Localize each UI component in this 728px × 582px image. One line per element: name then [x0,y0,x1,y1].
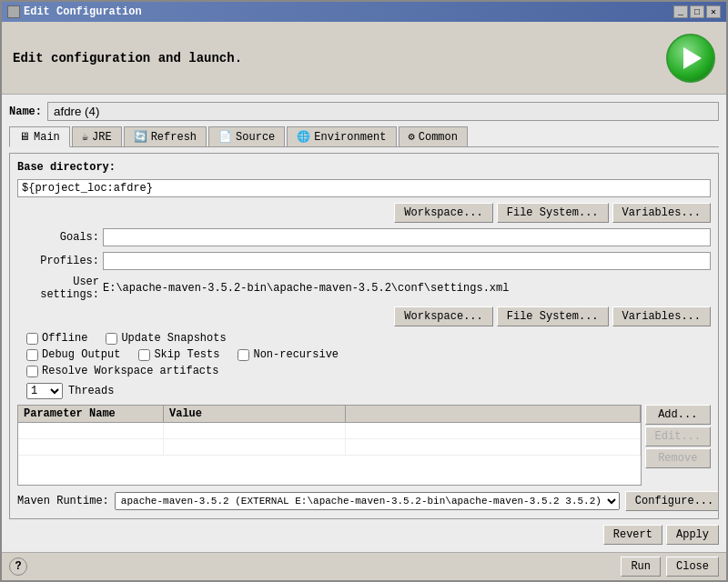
update-snapshots-checkbox-item[interactable]: Update Snapshots [106,332,226,345]
title-bar-controls: _ □ ✕ [673,5,721,18]
edit-button[interactable]: Edit... [645,426,711,447]
edit-configuration-window: Edit Configuration _ □ ✕ Edit configurat… [0,0,728,582]
user-settings-label: User settings: [17,276,99,301]
footer-buttons: Run Close [621,557,719,577]
name-input[interactable] [47,102,719,121]
profiles-label: Profiles: [17,255,99,267]
goals-label: Goals: [17,231,99,244]
table-row [18,423,641,439]
workspace-button-2[interactable]: Workspace... [394,306,492,326]
variables-button-2[interactable]: Variables... [612,306,711,326]
environment-tab-icon: 🌐 [297,130,310,144]
maximize-button[interactable]: □ [690,5,704,18]
base-directory-input[interactable] [17,179,711,197]
goals-row: Goals: [17,228,711,246]
resolve-workspace-label: Resolve Workspace artifacts [42,365,218,377]
goals-input[interactable] [103,228,711,246]
update-snapshots-checkbox[interactable] [106,333,117,345]
minimize-button[interactable]: _ [673,5,688,18]
filesystem-button-1[interactable]: File System... [497,203,609,223]
base-directory-label: Base directory: [17,161,116,174]
tab-common[interactable]: ⚙ Common [399,126,468,146]
main-content: Name: 🖥 Main ☕ JRE 🔄 Refresh 📄 Source � [2,95,726,552]
source-tab-icon: 📄 [218,130,232,144]
offline-checkbox-item[interactable]: Offline [26,332,87,345]
user-settings-value: E:\apache-maven-3.5.2-bin\apache-maven-3… [103,282,711,295]
maven-runtime-row: Maven Runtime: apache-maven-3.5.2 (EXTER… [17,491,711,511]
tab-refresh[interactable]: 🔄 Refresh [124,126,207,146]
profiles-row: Profiles: [17,252,711,270]
offline-checkbox[interactable] [26,333,38,345]
checkboxes-area: Offline Update Snapshots Debug Output Sk… [17,332,711,377]
debug-output-checkbox[interactable] [26,349,38,361]
tab-environment[interactable]: 🌐 Environment [287,126,396,146]
remove-button[interactable]: Remove [645,448,711,468]
revert-button[interactable]: Revert [603,525,662,545]
non-recursive-label: Non-recursive [253,348,339,361]
bottom-button-row: Revert Apply [9,525,719,545]
window-title: Edit Configuration [24,5,142,18]
tab-jre[interactable]: ☕ JRE [72,126,122,146]
table-side-buttons: Add... Edit... Remove [645,405,711,486]
table-row [18,439,641,456]
close-button-footer[interactable]: Close [666,557,719,577]
debug-output-checkbox-item[interactable]: Debug Output [26,348,120,361]
parameter-table: Parameter Name Value [17,405,642,486]
title-bar-left: Edit Configuration [7,5,142,18]
threads-row: 1 2 4 8 Threads [17,383,711,399]
maven-runtime-label: Maven Runtime: [17,495,109,507]
tab-source[interactable]: 📄 Source [208,126,285,146]
non-recursive-checkbox-item[interactable]: Non-recursive [238,348,339,361]
profiles-input[interactable] [103,252,711,270]
user-settings-row: User settings: E:\apache-maven-3.5.2-bin… [17,276,711,301]
dir-button-row: Workspace... File System... Variables... [17,203,711,223]
resolve-workspace-checkbox-item[interactable]: Resolve Workspace artifacts [26,365,218,377]
main-tab-label: Main [34,131,60,144]
tab-main[interactable]: 🖥 Main [9,126,70,147]
add-button[interactable]: Add... [645,405,711,425]
checkbox-row-3: Resolve Workspace artifacts [26,365,711,377]
skip-tests-label: Skip Tests [154,348,219,361]
header-text: Edit configuration and launch. [13,51,242,65]
apply-button[interactable]: Apply [666,525,719,545]
jre-tab-icon: ☕ [82,130,88,144]
title-bar: Edit Configuration _ □ ✕ [2,2,726,22]
non-recursive-checkbox[interactable] [238,349,249,361]
threads-select[interactable]: 1 2 4 8 [26,383,63,399]
debug-output-label: Debug Output [42,348,120,361]
header-area: Edit configuration and launch. [2,22,726,95]
environment-tab-label: Environment [314,131,386,144]
table-cell-value [164,423,346,438]
table-cell-name [18,423,164,438]
workspace-button-1[interactable]: Workspace... [394,203,492,223]
resolve-workspace-checkbox[interactable] [26,366,38,377]
variables-button-1[interactable]: Variables... [612,203,711,223]
run-button-footer[interactable]: Run [621,557,661,577]
table-header: Parameter Name Value [18,406,641,423]
configure-button[interactable]: Configure... [625,491,719,511]
run-button-header[interactable] [666,34,715,83]
table-cell-name [18,439,164,455]
offline-label: Offline [42,332,87,345]
refresh-tab-label: Refresh [151,131,197,144]
refresh-tab-icon: 🔄 [134,130,147,144]
update-snapshots-label: Update Snapshots [121,332,226,345]
source-tab-label: Source [236,131,275,144]
checkbox-row-1: Offline Update Snapshots [26,332,711,345]
common-tab-icon: ⚙ [409,130,415,144]
name-label: Name: [9,105,42,118]
table-cell-value [164,439,346,455]
window-icon [7,5,20,18]
base-directory-section: Base directory: [17,161,711,174]
close-button[interactable]: ✕ [706,5,721,18]
extra-header [346,406,641,422]
maven-runtime-select[interactable]: apache-maven-3.5.2 (EXTERNAL E:\apache-m… [115,492,620,510]
skip-tests-checkbox-item[interactable]: Skip Tests [138,348,219,361]
table-cell-extra [346,423,641,438]
settings-button-row: Workspace... File System... Variables... [17,306,711,326]
skip-tests-checkbox[interactable] [138,349,150,361]
help-button[interactable]: ? [9,557,27,576]
filesystem-button-2[interactable]: File System... [497,306,609,326]
threads-label: Threads [68,385,114,397]
main-tab-icon: 🖥 [19,130,30,144]
